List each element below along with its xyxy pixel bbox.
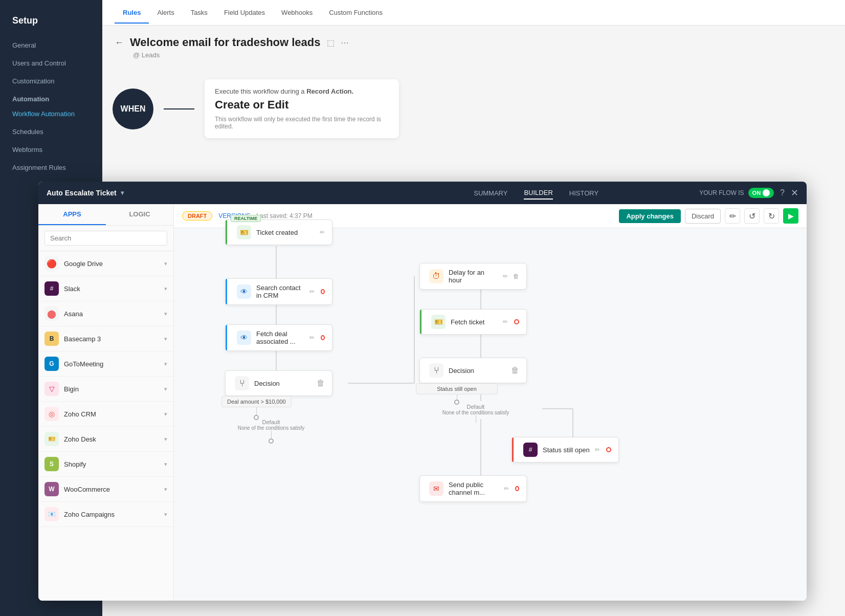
default-none-1: None of the conditions satisfy (225, 425, 317, 431)
sidebar-item-workflow[interactable]: Workflow Automation (0, 105, 102, 123)
asana-icon: ⬤ (45, 306, 59, 321)
edit-icon[interactable]: ✏ (309, 288, 315, 295)
decision2-label: Decision (449, 367, 474, 375)
app-item-google-drive[interactable]: 🔴 Google Drive ▾ (38, 251, 173, 276)
flow-toggle[interactable]: ON (748, 188, 774, 198)
tab-builder[interactable]: BUILDER (524, 187, 552, 200)
tab-custom-functions[interactable]: Custom Functions (321, 2, 391, 24)
node-decision1[interactable]: ⑂ Decision 🗑 (225, 370, 332, 396)
app-item-zoho-campaigns[interactable]: 📧 Zoho Campaigns ▾ (38, 502, 173, 527)
search-contact-icon: 👁 (237, 284, 251, 299)
gotomeeting-icon: G (45, 357, 59, 371)
app-item-woocommerce[interactable]: W WooCommerce ▾ (38, 477, 173, 502)
app-item-basecamp[interactable]: B Basecamp 3 ▾ (38, 326, 173, 351)
when-card-desc: This workflow will only be executed the … (215, 116, 389, 130)
search-input[interactable] (45, 231, 167, 246)
workflow-share-icon[interactable]: ⬚ (327, 38, 335, 48)
tab-summary[interactable]: SUMMARY (474, 187, 507, 199)
logic-tab[interactable]: LOGIC (106, 204, 173, 225)
decision1-icon: ⑂ (235, 376, 249, 390)
decision1-label: Decision (254, 380, 280, 387)
app-item-asana[interactable]: ⬤ Asana ▾ (38, 301, 173, 326)
node-delay-hour[interactable]: ⏱ Delay for an hour ✏ 🗑 (419, 263, 527, 290)
edit-icon[interactable]: ✏ (595, 446, 600, 453)
condition-deal-amount[interactable]: Deal amount > $10,000 (221, 396, 292, 407)
slack-channel-icon: # (523, 443, 538, 457)
condition-status-open[interactable]: Status still open (416, 383, 498, 394)
flow-indicator: YOUR FLOW IS ON (699, 188, 774, 198)
apps-tab[interactable]: APPS (38, 204, 106, 225)
node-send-channel[interactable]: # Status still open ✏ (512, 437, 619, 463)
sidebar-item-schedules[interactable]: Schedules (0, 123, 102, 141)
sidebar-item-assignment[interactable]: Assignment Rules (0, 159, 102, 177)
workflow-more-icon[interactable]: ⋯ (341, 38, 349, 48)
workflow-flow: REALTIME 🎫 Ticket created ✏ 👁 (174, 204, 807, 601)
window-title-chevron-icon[interactable]: ▾ (121, 189, 124, 196)
sidebar-item-general[interactable]: General (0, 36, 102, 54)
sidebar-item-users[interactable]: Users and Control (0, 54, 102, 72)
app-item-zoho-desk[interactable]: 🎫 Zoho Desk ▾ (38, 427, 173, 452)
trash-icon[interactable]: 🗑 (317, 379, 325, 388)
woocommerce-icon: W (45, 482, 59, 496)
node-ticket-created[interactable]: REALTIME 🎫 Ticket created ✏ (225, 219, 332, 245)
email-icon: ✉ (429, 481, 443, 496)
node-decision2[interactable]: ⑂ Decision 🗑 (419, 358, 527, 383)
edit-icon[interactable]: ✏ (320, 229, 325, 236)
edit-icon[interactable]: ✏ (503, 318, 508, 325)
when-card-title: Execute this workflow during a Record Ac… (215, 87, 389, 95)
workflow-header: ← Welcome email for tradeshow leads ⬚ ⋯ … (102, 26, 845, 69)
shopify-icon: S (45, 457, 59, 471)
app-name-zoho-desk: Zoho Desk (64, 435, 96, 443)
sidebar-item-customization[interactable]: Customization (0, 72, 102, 90)
chevron-down-icon: ▾ (164, 386, 167, 392)
app-name-zoho-campaigns: Zoho Campaigns (64, 511, 115, 518)
help-icon[interactable]: ? (780, 188, 785, 197)
fetch-ticket-label: Fetch ticket (451, 318, 484, 326)
decision2-icon: ⑂ (429, 363, 443, 378)
tab-rules[interactable]: Rules (115, 2, 149, 24)
edit-icon[interactable]: ✏ (309, 334, 315, 341)
basecamp-icon: B (45, 332, 59, 346)
node-fetch-deal[interactable]: 👁 Fetch deal associated ... ✏ (225, 324, 332, 351)
flow-label: YOUR FLOW IS (699, 189, 744, 196)
close-button[interactable]: ✕ (791, 187, 798, 199)
default-none-2: None of the conditions satisfy (430, 410, 522, 415)
trash-icon[interactable]: 🗑 (511, 366, 519, 375)
node-search-contact[interactable]: 👁 Search contact in CRM ✏ (225, 278, 332, 305)
toggle-dot (763, 189, 770, 196)
sidebar-item-webforms[interactable]: Webforms (0, 141, 102, 159)
zoho-desk-icon: 🎫 (45, 432, 59, 446)
app-item-gotomeeting[interactable]: G GoToMeeting ▾ (38, 351, 173, 377)
app-item-slack[interactable]: # Slack ▾ (38, 276, 173, 301)
node-fetch-ticket[interactable]: 🎫 Fetch ticket ✏ (419, 309, 527, 335)
tab-tasks[interactable]: Tasks (183, 2, 216, 24)
ticket-created-label: Ticket created (256, 229, 298, 236)
trash-icon[interactable]: 🗑 (513, 273, 519, 280)
node-send-email[interactable]: ✉ Send public channel m... ✏ (419, 475, 527, 502)
edit-icon[interactable]: ✏ (504, 485, 509, 492)
window-titlebar: Auto Escalate Ticket ▾ SUMMARY BUILDER H… (38, 182, 807, 204)
workflow-title: Welcome email for tradeshow leads (130, 36, 321, 49)
tab-history[interactable]: HISTORY (569, 187, 598, 199)
crm-top-tabs: Rules Alerts Tasks Field Updates Webhook… (102, 0, 845, 26)
when-card-action: Create or Edit (215, 98, 389, 112)
app-item-zoho-crm[interactable]: ◎ Zoho CRM ▾ (38, 402, 173, 427)
app-item-shopify[interactable]: S Shopify ▾ (38, 452, 173, 477)
fetch-deal-label: Fetch deal associated ... (256, 330, 304, 345)
chevron-down-icon: ▾ (164, 486, 167, 493)
app-item-bigin[interactable]: ▽ Bigin ▾ (38, 377, 173, 402)
tab-webhooks[interactable]: Webhooks (273, 2, 321, 24)
back-arrow-icon[interactable]: ← (115, 37, 124, 48)
window-tabs: SUMMARY BUILDER HISTORY (373, 187, 699, 200)
edit-icon[interactable]: ✏ (503, 273, 508, 280)
default-label-1: Default (225, 419, 317, 425)
window-body: APPS LOGIC 🔴 Google Drive ▾ # (38, 204, 807, 601)
chevron-down-icon: ▾ (164, 461, 167, 468)
send-channel-label: Status still open (543, 446, 590, 454)
chevron-down-icon: ▾ (164, 260, 167, 267)
tab-alerts[interactable]: Alerts (149, 2, 182, 24)
sidebar-section-automation: Automation (0, 90, 102, 105)
tab-field-updates[interactable]: Field Updates (216, 2, 273, 24)
google-drive-icon: 🔴 (45, 256, 59, 271)
delay-hour-label: Delay for an hour (449, 269, 498, 284)
